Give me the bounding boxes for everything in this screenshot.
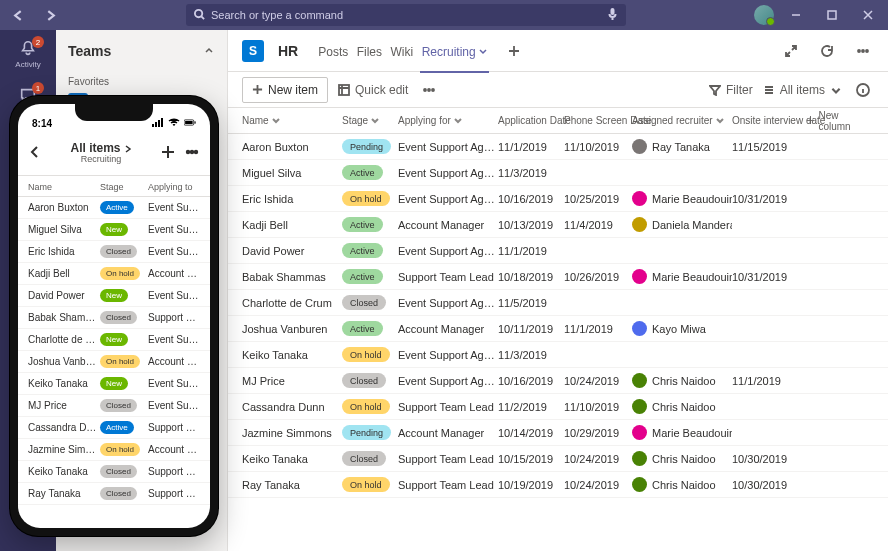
phone-add-button[interactable] [160,144,176,164]
col-app-date[interactable]: Application Date [498,115,564,126]
col-onsite[interactable]: Onsite interview date [732,115,806,126]
phone-list-row[interactable]: Aaron BuxtonActiveEvent Support A [18,197,210,219]
tab-wiki[interactable]: Wiki [389,33,416,73]
cell-onsite-date: 10/31/2019 [732,271,806,283]
phone-list-row[interactable]: Kadji BellOn holdAccount Manag [18,263,210,285]
nav-back-button[interactable] [6,3,30,27]
info-icon[interactable] [852,79,874,101]
phone-list-row[interactable]: Eric IshidaClosedEvent Support A [18,241,210,263]
new-item-button[interactable]: New item [242,77,328,103]
table-row[interactable]: Cassandra DunnOn holdSupport Team Lead11… [228,394,888,420]
cell-name: Jazmine Simmons [242,427,342,439]
phone-list-row[interactable]: Babak ShammasClosedSupport Team L [18,307,210,329]
all-items-label: All items [780,83,825,97]
phone-cell-applying: Account Manag [148,268,200,279]
table-row[interactable]: MJ PriceClosedEvent Support Agent10/16/2… [228,368,888,394]
phone-cell-applying: Event Support A [148,400,200,411]
new-column-button[interactable]: New column [806,110,870,132]
view-switch-button[interactable]: All items [763,83,842,97]
table-row[interactable]: Kadji BellActiveAccount Manager10/13/201… [228,212,888,238]
status-badge: Closed [100,245,137,258]
grid-header: Name Stage Applying for Application Date… [228,108,888,134]
rail-activity[interactable]: 2 Activity [0,32,56,76]
more-icon[interactable] [852,40,874,62]
phone-cell-applying: Event Support A [148,334,200,345]
svg-point-0 [195,9,202,16]
phone-cell-applying: Event Support A [148,246,200,257]
status-badge: Closed [342,451,386,466]
tab-recruiting[interactable]: Recruiting [420,33,489,73]
nav-forward-button[interactable] [38,3,62,27]
phone-back-button[interactable] [28,145,42,163]
phone-list-row[interactable]: Cassandra DunnActiveSupport Team L [18,417,210,439]
table-row[interactable]: Joshua VanburenActiveAccount Manager10/1… [228,316,888,342]
table-row[interactable]: Jazmine SimmonsPendingAccount Manager10/… [228,420,888,446]
phone-list-row[interactable]: Jazmine SimmonsOn holdAccount Manag [18,439,210,461]
status-badge: New [100,289,128,302]
add-tab-button[interactable] [503,40,525,62]
status-badge: On hold [342,347,390,362]
filter-button[interactable]: Filter [709,83,753,97]
window-close-button[interactable] [854,1,882,29]
phone-list-row[interactable]: Ray TanakaClosedSupport Team L [18,483,210,505]
phone-list-row[interactable]: David PowerNewEvent Support A [18,285,210,307]
phone-col-applying[interactable]: Applying to [148,182,200,192]
svg-point-8 [428,89,430,91]
svg-point-20 [195,150,197,152]
reload-icon[interactable] [816,40,838,62]
cell-app-date: 11/5/2019 [498,297,564,309]
cell-screen-date: 11/10/2019 [564,141,632,153]
phone-list-row[interactable]: Charlotte de CrumNewEvent Support A [18,329,210,351]
col-applying[interactable]: Applying for [398,115,498,126]
table-row[interactable]: Babak ShammasActiveSupport Team Lead10/1… [228,264,888,290]
expand-icon[interactable] [203,43,215,59]
phone-list-row[interactable]: MJ PriceClosedEvent Support A [18,395,210,417]
avatar [632,139,647,154]
chevron-down-icon [479,45,487,59]
table-row[interactable]: Miguel SilvaActiveEvent Support Agent11/… [228,160,888,186]
phone-col-name[interactable]: Name [28,182,100,192]
cell-app-date: 11/3/2019 [498,167,564,179]
phone-list-row[interactable]: Miguel SilvaNewEvent Support A [18,219,210,241]
col-screen[interactable]: Phone Screen Date [564,115,632,126]
quick-edit-button[interactable]: Quick edit [338,83,408,97]
status-badge: New [100,377,128,390]
cell-applying: Event Support Agent [398,349,498,361]
profile-avatar[interactable] [754,5,774,25]
table-row[interactable]: David PowerActiveEvent Support Agent11/1… [228,238,888,264]
tab-files[interactable]: Files [355,33,384,73]
status-badge: On hold [100,443,140,456]
status-badge: Active [342,321,383,336]
svg-point-5 [866,50,868,52]
table-row[interactable]: Charlotte de CrumClosedEvent Support Age… [228,290,888,316]
search-input[interactable]: Search or type a command [186,4,626,26]
mic-icon[interactable] [607,7,618,23]
phone-cell-applying: Event Support A [148,224,200,235]
phone-more-button[interactable] [184,144,200,164]
phone-list-row[interactable]: Keiko TanakaNewEvent Support A [18,373,210,395]
col-stage[interactable]: Stage [342,115,398,126]
window-minimize-button[interactable] [782,1,810,29]
table-row[interactable]: Eric IshidaOn holdEvent Support Agent10/… [228,186,888,212]
phone-col-stage[interactable]: Stage [100,182,148,192]
expand-tab-icon[interactable] [780,40,802,62]
table-row[interactable]: Ray TanakaOn holdSupport Team Lead10/19/… [228,472,888,498]
list-grid: Name Stage Applying for Application Date… [228,108,888,551]
table-row[interactable]: Keiko TanakaClosedSupport Team Lead10/15… [228,446,888,472]
col-name[interactable]: Name [242,115,342,126]
phone-cell-applying: Account Manag [148,356,200,367]
status-badge: On hold [342,191,390,206]
table-row[interactable]: Aaron BuxtonPendingEvent Support Agent11… [228,134,888,160]
col-recruiter[interactable]: Assigned recruiter [632,115,732,126]
command-bar: New item Quick edit Filter All items [228,72,888,108]
cmd-more-icon[interactable] [418,79,440,101]
tab-posts[interactable]: Posts [316,33,350,73]
window-maximize-button[interactable] [818,1,846,29]
phone-list-row[interactable]: Keiko TanakaClosedSupport Team L [18,461,210,483]
phone-list-row[interactable]: Joshua VanburenOn holdAccount Manag [18,351,210,373]
cell-onsite-date: 10/30/2019 [732,453,806,465]
status-badge: Active [342,217,383,232]
cell-name: Keiko Tanaka [242,349,342,361]
table-row[interactable]: Keiko TanakaOn holdEvent Support Agent11… [228,342,888,368]
cell-name: Kadji Bell [242,219,342,231]
